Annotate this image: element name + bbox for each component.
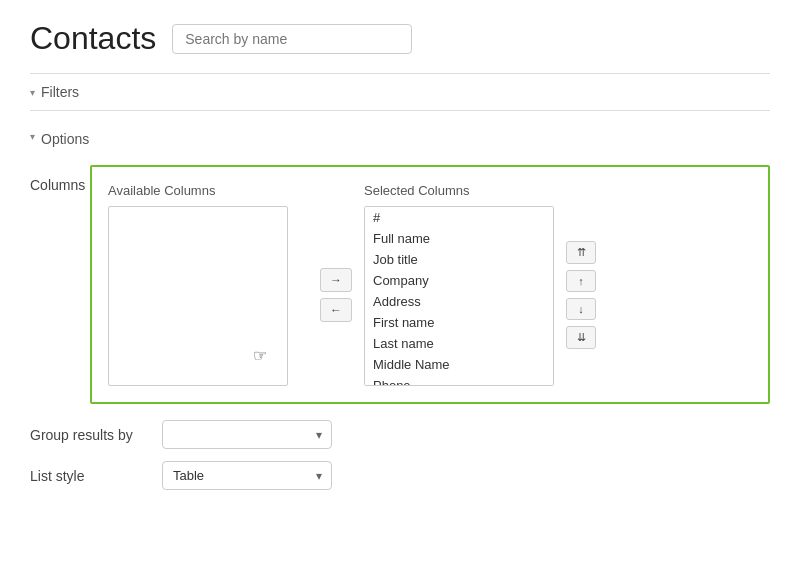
list-item[interactable]: Full name	[365, 228, 553, 249]
options-section-header[interactable]: ▾ Options	[30, 121, 770, 157]
group-results-row: Group results by	[30, 420, 770, 449]
group-results-select-wrapper	[162, 420, 332, 449]
bottom-fields: Group results by List style Table List G…	[30, 420, 770, 490]
selected-columns-listbox[interactable]: #Full nameJob titleCompanyAddressFirst n…	[364, 206, 554, 386]
selected-columns-label: Selected Columns	[364, 183, 554, 198]
group-results-label: Group results by	[30, 427, 150, 443]
list-item[interactable]: Company	[365, 270, 553, 291]
move-top-button[interactable]: ⇈	[566, 241, 596, 264]
page-title: Contacts	[30, 20, 156, 57]
options-chevron-icon: ▾	[30, 131, 35, 142]
cursor-icon: ☞	[253, 346, 267, 365]
selected-columns-container: Selected Columns #Full nameJob titleComp…	[364, 183, 554, 386]
available-columns-container: Available Columns ☞	[108, 183, 308, 386]
list-item[interactable]: Job title	[365, 249, 553, 270]
columns-options-box: Available Columns ☞ → ← Selected Columns…	[90, 165, 770, 404]
filters-section-header[interactable]: ▾ Filters	[30, 74, 770, 110]
available-columns-label: Available Columns	[108, 183, 308, 198]
list-style-label: List style	[30, 468, 150, 484]
list-item[interactable]: #	[365, 207, 553, 228]
move-down-button[interactable]: ↓	[566, 298, 596, 320]
list-style-select[interactable]: Table List Grid	[162, 461, 332, 490]
remove-column-button[interactable]: ←	[320, 298, 352, 322]
contacts-page: Contacts ▾ Filters ▾ Options Columns Ava…	[0, 0, 800, 584]
filters-chevron-icon: ▾	[30, 87, 35, 98]
list-item[interactable]: Address	[365, 291, 553, 312]
list-item[interactable]: Last name	[365, 333, 553, 354]
options-label: Options	[41, 131, 89, 147]
columns-row: Columns Available Columns ☞ → ← Sele	[30, 165, 770, 404]
filters-label: Filters	[41, 84, 79, 100]
search-input[interactable]	[172, 24, 412, 54]
available-columns-listbox[interactable]: ☞	[108, 206, 288, 386]
add-column-button[interactable]: →	[320, 268, 352, 292]
columns-label: Columns	[30, 165, 90, 193]
list-item[interactable]: Middle Name	[365, 354, 553, 375]
list-style-row: List style Table List Grid	[30, 461, 770, 490]
header: Contacts	[30, 20, 770, 57]
order-buttons: ⇈ ↑ ↓ ⇊	[566, 241, 596, 349]
list-style-select-wrapper: Table List Grid	[162, 461, 332, 490]
options-section: ▾ Options Columns Available Columns ☞ → …	[30, 121, 770, 490]
move-up-button[interactable]: ↑	[566, 270, 596, 292]
divider-filters	[30, 110, 770, 111]
list-item[interactable]: First name	[365, 312, 553, 333]
transfer-buttons: → ←	[320, 268, 352, 322]
list-item[interactable]: Phone	[365, 375, 553, 386]
group-results-select[interactable]	[162, 420, 332, 449]
move-bottom-button[interactable]: ⇊	[566, 326, 596, 349]
